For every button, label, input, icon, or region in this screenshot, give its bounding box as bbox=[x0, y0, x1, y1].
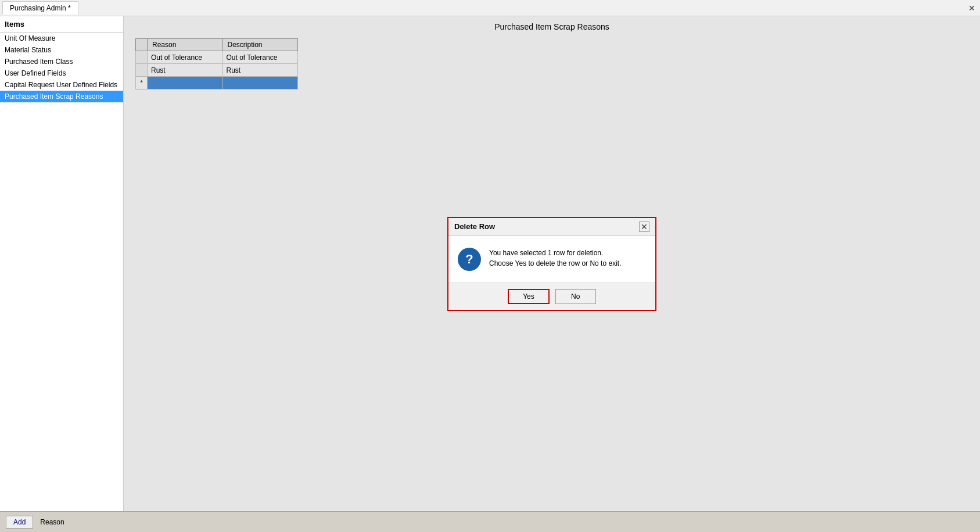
add-button[interactable]: Add bbox=[6, 516, 33, 529]
dialog-message-line2: Choose Yes to delete the row or No to ex… bbox=[489, 258, 621, 269]
sidebar-item-purchased-item-class[interactable]: Purchased Item Class bbox=[0, 56, 123, 67]
dialog-close-button[interactable]: ✕ bbox=[639, 222, 649, 232]
main-layout: Items Unit Of Measure Material Status Pu… bbox=[0, 16, 980, 511]
delete-row-dialog: Delete Row ✕ ? You have selected 1 row f… bbox=[447, 217, 656, 311]
sidebar-item-purchased-item-scrap-reasons[interactable]: Purchased Item Scrap Reasons bbox=[0, 91, 123, 102]
content-area: Purchased Item Scrap Reasons Reason Desc… bbox=[124, 16, 980, 511]
dialog-body: ? You have selected 1 row for deletion. … bbox=[448, 236, 655, 283]
dialog-titlebar: Delete Row ✕ bbox=[448, 218, 655, 236]
dialog-no-button[interactable]: No bbox=[555, 289, 596, 304]
sidebar-item-user-defined-fields[interactable]: User Defined Fields bbox=[0, 67, 123, 79]
dialog-message-line1: You have selected 1 row for deletion. bbox=[489, 248, 621, 258]
dialog-message: You have selected 1 row for deletion. Ch… bbox=[489, 248, 621, 269]
reason-label: Reason bbox=[35, 516, 69, 528]
sidebar-item-capital-request-user-defined-fields[interactable]: Capital Request User Defined Fields bbox=[0, 79, 123, 91]
tab-label: Purchasing Admin * bbox=[10, 4, 71, 12]
sidebar-header: Items bbox=[0, 16, 123, 33]
title-bar: Purchasing Admin * ✕ bbox=[0, 0, 980, 16]
sidebar-item-unit-of-measure[interactable]: Unit Of Measure bbox=[0, 33, 123, 44]
dialog-footer: Yes No bbox=[448, 283, 655, 310]
dialog-question-icon: ? bbox=[458, 248, 481, 271]
dialog-overlay: Delete Row ✕ ? You have selected 1 row f… bbox=[124, 16, 980, 511]
dialog-yes-button[interactable]: Yes bbox=[508, 289, 550, 304]
close-button[interactable]: ✕ bbox=[966, 2, 978, 14]
dialog-title: Delete Row bbox=[454, 222, 495, 231]
sidebar-item-material-status[interactable]: Material Status bbox=[0, 44, 123, 56]
bottom-bar: Add Reason bbox=[0, 511, 980, 532]
sidebar: Items Unit Of Measure Material Status Pu… bbox=[0, 16, 124, 511]
title-tab[interactable]: Purchasing Admin * bbox=[2, 1, 78, 15]
